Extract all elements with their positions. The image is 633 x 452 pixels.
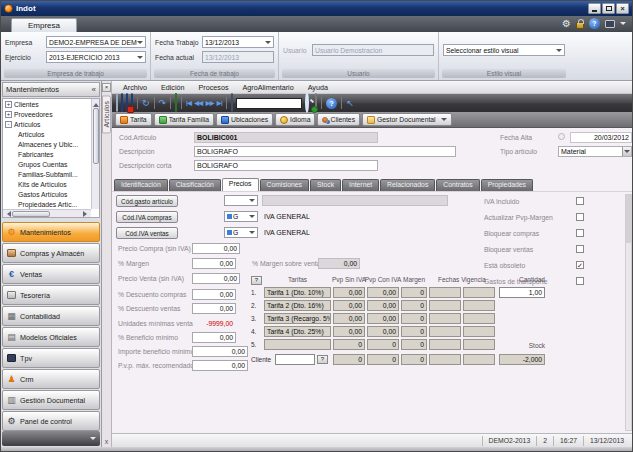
tab-internet[interactable]: Internet (342, 179, 379, 191)
pvp-sin-iva-cell[interactable]: 0,00 (333, 300, 365, 311)
descripcion-field[interactable]: BOLIGRAFO (194, 146, 456, 157)
next-record-button[interactable]: ▶▶ (206, 100, 214, 106)
collapse-expand-icon[interactable]: - (5, 121, 12, 128)
expand-icon[interactable]: + (5, 111, 12, 118)
tree-horizontal-scrollbar[interactable] (3, 209, 91, 217)
actualizar-pvp-margen-checkbox[interactable] (576, 213, 584, 221)
iva-compras-select[interactable]: G (224, 211, 258, 222)
scroll-thumb[interactable] (626, 195, 631, 243)
cod-iva-compras-button[interactable]: Cód.IVA compras (116, 211, 178, 223)
previous-record-button[interactable]: ◀◀ (194, 100, 202, 106)
cod-iva-ventas-button[interactable]: Cód.IVA ventas (116, 227, 178, 239)
sidebar-item-contabilidad[interactable]: ▦Contabilidad (2, 306, 100, 326)
sidebar-header[interactable]: Mantenimientos « (2, 82, 100, 97)
margen-field[interactable]: 0,00 (192, 258, 236, 269)
precio-venta-field[interactable]: 0,00 (192, 273, 240, 284)
pvp-con-iva-cell[interactable]: 0,00 (367, 313, 399, 324)
scroll-up-icon[interactable] (93, 100, 99, 107)
bloquear-ventas-checkbox[interactable] (576, 245, 584, 253)
iva-incluido-checkbox[interactable] (576, 197, 584, 205)
tree-item-kits[interactable]: Kits de Artículos (5, 180, 89, 190)
cancel-save-button[interactable] (131, 94, 133, 112)
unidades-minimas-field[interactable]: -9999,00 (192, 318, 236, 329)
sidebar-item-panel-de-control[interactable]: ⚙Panel de control (2, 411, 100, 431)
scroll-left-icon[interactable] (4, 211, 11, 217)
descuento-compras-field[interactable]: 0,00 (192, 289, 236, 300)
help-button[interactable]: ? (326, 98, 337, 109)
tarifa-name-cell[interactable]: Tarifa 2 (Dto. 16%) (264, 300, 331, 311)
tipo-articulo-select[interactable]: Material (558, 146, 632, 157)
new-record-button[interactable] (116, 94, 118, 112)
pvp-con-iva-cell[interactable]: 0,00 (367, 326, 399, 337)
fecha-fin-cell[interactable] (463, 287, 495, 298)
lock-icon[interactable] (576, 19, 584, 29)
refresh-button[interactable]: ↻ (142, 99, 150, 108)
pvp-sin-iva-cell[interactable]: 0,00 (333, 313, 365, 324)
fecha-fin-cell[interactable] (463, 300, 495, 311)
pvp-sin-iva-cell[interactable]: 0,00 (333, 326, 365, 337)
calendar-icon[interactable] (558, 133, 565, 140)
expand-icon[interactable]: + (5, 101, 12, 108)
tab-idioma[interactable]: Idioma (275, 113, 315, 126)
ejercicio-select[interactable]: 2013-EJERCICIO 2013 (46, 51, 146, 63)
tree-item-articulos[interactable]: -Artículos (5, 120, 89, 130)
sidebar-item-compras-y-almacen[interactable]: Compras y Almacén (2, 243, 100, 263)
toolbar-search-input[interactable] (236, 98, 302, 109)
tab-tarifa-familia[interactable]: Tarifa Familia (154, 113, 214, 126)
tab-tarifa[interactable]: Tarifa (115, 113, 152, 126)
fecha-alta-field[interactable]: 20/03/2012 (570, 132, 632, 143)
estilo-visual-select[interactable]: Seleccionar estilo visual (443, 44, 565, 56)
menu-archivo[interactable]: Archivo (116, 83, 154, 92)
display-icon[interactable] (605, 20, 615, 28)
empresa-select[interactable]: DEMO2-EMPRESA DE DEMOSTRACI... (46, 36, 146, 48)
print-button[interactable] (315, 94, 317, 112)
bloquear-compras-checkbox[interactable] (576, 229, 584, 237)
cantidad-cell[interactable]: 1,00 (499, 287, 545, 298)
save-button[interactable] (121, 94, 123, 112)
tab-relacionados[interactable]: Relacionados (380, 179, 435, 191)
tree-item-grupos-cuentas[interactable]: Grupos Cuentas (5, 160, 89, 170)
fecha-fin-cell[interactable] (463, 354, 495, 365)
tab-gestor-documental[interactable]: Gestor Documental (362, 113, 452, 126)
cliente-lookup-button[interactable]: ? (317, 355, 328, 364)
pvp-sin-iva-cell[interactable]: 0,00 (333, 287, 365, 298)
pvp-con-iva-cell[interactable]: 0 (367, 339, 399, 350)
pvp-max-field[interactable]: 0,00 (192, 360, 248, 371)
scroll-thumb[interactable] (93, 108, 99, 164)
iva-ventas-select[interactable]: G (224, 227, 258, 238)
exit-button[interactable]: ↖ (346, 99, 354, 108)
delete-button[interactable] (175, 94, 177, 112)
fecha-fin-cell[interactable] (463, 313, 495, 324)
pvp-sin-iva-cell[interactable]: 0 (333, 354, 365, 365)
sidebar-item-crm[interactable]: ♟Crm (2, 369, 100, 389)
close-button[interactable]: × (616, 3, 629, 14)
tree-vertical-scrollbar[interactable] (91, 99, 99, 209)
tab-precios[interactable]: Precios (222, 178, 259, 191)
tree-item-gastos[interactable]: Gastos Artículos (5, 190, 89, 200)
menu-procesos[interactable]: Procesos (192, 83, 236, 92)
tab-identificacion[interactable]: Identificación (114, 179, 168, 191)
sidebar-overflow-bar[interactable] (2, 431, 100, 446)
pvp-con-iva-cell[interactable]: 0 (367, 354, 399, 365)
gastos-transporte-checkbox[interactable] (576, 277, 584, 285)
descripcion-corta-field[interactable]: BOLIGRAFO (194, 160, 378, 171)
tarifa-name-cell[interactable]: Tarifa 4 (Dto. 25%) (264, 326, 331, 337)
precio-compra-field[interactable]: 0,00 (192, 243, 240, 254)
sidebar-item-mantenimientos[interactable]: ⚙Mantenimientos (2, 222, 100, 242)
chevron-down-icon[interactable] (620, 22, 626, 25)
panel-tab-articulos[interactable]: Artículos (102, 95, 111, 133)
gasto-articulo-select[interactable] (224, 195, 258, 206)
sidebar-item-modelos-oficiales[interactable]: ▤Modelos Oficiales (2, 327, 100, 347)
maximize-button[interactable] (602, 3, 615, 14)
first-record-button[interactable]: |◀ (186, 100, 191, 106)
fecha-inicio-cell[interactable] (429, 354, 461, 365)
tree-item-articulos-child[interactable]: Artículos (5, 130, 89, 140)
preview-button[interactable] (231, 94, 233, 112)
tab-comisiones[interactable]: Comisiones (260, 179, 310, 191)
descuento-ventas-field[interactable]: 0,00 (192, 303, 236, 314)
tree-item-familias[interactable]: Familias-Subfamil... (5, 170, 89, 180)
menu-edicion[interactable]: Edición (154, 83, 192, 92)
tab-propiedades[interactable]: Propiedades (481, 179, 533, 191)
margen-cell[interactable]: 0 (401, 287, 427, 298)
fecha-trabajo-select[interactable]: 13/12/2013 (202, 36, 274, 48)
